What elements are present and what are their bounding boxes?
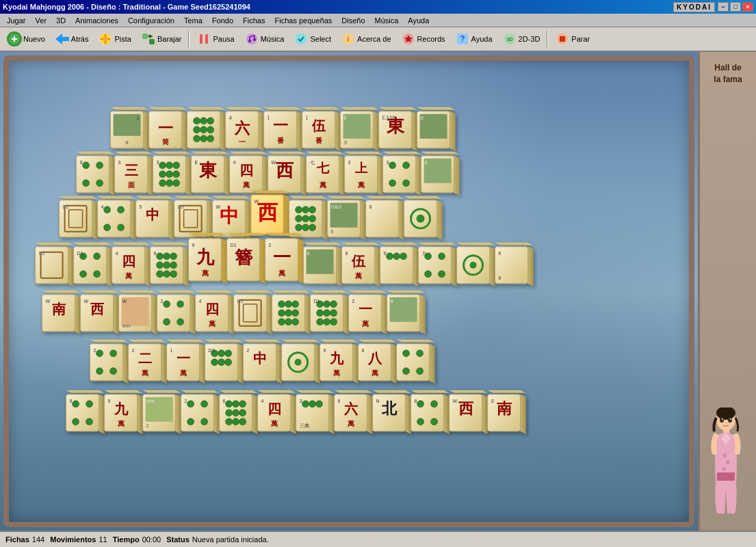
svg-text:一: 一 — [239, 138, 246, 146]
menu-3d[interactable]: 3D — [52, 15, 70, 26]
menu-diseno[interactable]: Diseño — [337, 15, 369, 26]
svg-marker-408 — [320, 340, 359, 343]
parar-button[interactable]: Parar — [551, 29, 594, 49]
svg-point-422 — [403, 350, 410, 357]
tile-row1[interactable]: 8 1 一 筒 — [111, 107, 456, 151]
svg-text:2: 2 — [352, 299, 355, 304]
svg-point-462 — [239, 410, 246, 416]
toolbar: Nuevo Atrás Pista Barajar Pausa Música — [0, 27, 756, 52]
tile-row5[interactable]: 南 W 西 W W WIN — [42, 291, 426, 334]
svg-marker-397 — [276, 344, 282, 384]
svg-text:四: 四 — [268, 401, 281, 416]
svg-text:萬: 萬 — [202, 269, 209, 277]
select-button[interactable]: Select — [289, 29, 335, 49]
svg-text:S: S — [491, 399, 495, 403]
svg-marker-413 — [391, 344, 397, 384]
menu-jugar[interactable]: Jugar — [3, 15, 30, 26]
pausa-icon — [196, 31, 211, 46]
svg-point-478 — [316, 401, 323, 408]
2d3d-button[interactable]: 3D 2D-3D — [498, 29, 545, 49]
svg-point-194 — [309, 224, 316, 231]
svg-point-281 — [439, 253, 445, 260]
svg-marker-488 — [373, 390, 411, 393]
svg-point-240 — [170, 271, 177, 278]
tile-row6[interactable]: 2 二 萬 2 一 萬 1 — [90, 340, 435, 384]
svg-text:2: 2 — [161, 299, 164, 304]
maximize-button[interactable]: □ — [730, 2, 741, 12]
minimize-button[interactable]: − — [718, 2, 729, 12]
svg-point-140 — [389, 180, 396, 187]
svg-point-429 — [73, 401, 79, 408]
close-button[interactable]: × — [742, 2, 753, 12]
tile-row7[interactable]: 8 九 萬 9 SPR 2 — [66, 390, 526, 434]
svg-marker-243 — [189, 233, 227, 236]
game-area[interactable]: // We'll use JS to draw the tiles progra… — [0, 52, 698, 531]
nuevo-label: Nuevo — [23, 35, 45, 43]
svg-rect-78 — [420, 114, 447, 139]
nuevo-button[interactable]: Nuevo — [3, 29, 49, 49]
svg-point-512 — [720, 417, 724, 423]
svg-point-234 — [170, 253, 177, 260]
svg-marker-300 — [114, 295, 119, 334]
tile-row3[interactable]: D2 4 中 5 — [60, 191, 443, 240]
records-button[interactable]: Records — [397, 29, 449, 49]
atras-button[interactable]: Atrás — [51, 29, 93, 49]
svg-text:8: 8 — [391, 299, 393, 304]
menu-musica[interactable]: Música — [371, 15, 403, 26]
menu-fichas[interactable]: Fichas — [239, 15, 269, 26]
musica-button[interactable]: Música — [240, 29, 289, 49]
svg-marker-113 — [230, 152, 268, 155]
svg-marker-64 — [374, 111, 379, 151]
tile-row4[interactable]: D2 D1 四 萬 4 — [36, 233, 534, 286]
svg-text:i: i — [348, 36, 350, 43]
svg-text:三: 三 — [125, 163, 138, 178]
ayuda-button[interactable]: ? Ayuda — [451, 29, 497, 49]
svg-text:四: 四 — [239, 163, 253, 178]
svg-marker-473 — [329, 395, 335, 434]
svg-text:8: 8 — [415, 399, 417, 403]
svg-point-159 — [104, 224, 111, 231]
svg-text:9: 9 — [192, 243, 195, 248]
svg-point-188 — [309, 206, 316, 213]
svg-point-340 — [278, 319, 285, 325]
svg-point-457 — [226, 401, 233, 408]
barajar-button[interactable]: Barajar — [137, 29, 185, 49]
svg-marker-135 — [416, 156, 421, 196]
svg-text:2: 2 — [269, 243, 272, 248]
svg-point-498 — [431, 418, 438, 425]
menu-tema[interactable]: Tema — [180, 15, 207, 26]
menu-fichas-pequenas[interactable]: Fichas pequeñas — [270, 15, 336, 26]
svg-text:萬: 萬 — [180, 369, 187, 377]
character-illustration — [701, 408, 755, 517]
tile-row2[interactable]: 9 三 面 3 — [77, 152, 460, 196]
pausa-button[interactable]: Pausa — [192, 29, 238, 49]
menu-ayuda[interactable]: Ayuda — [404, 15, 433, 26]
menu-configuracion[interactable]: Configuración — [124, 15, 179, 26]
movimientos-status: Movimientos 11 — [50, 535, 107, 544]
svg-marker-331 — [305, 295, 311, 334]
svg-marker-196 — [328, 196, 366, 199]
records-icon — [401, 31, 416, 46]
svg-text:南: 南 — [52, 302, 66, 317]
pista-button[interactable]: Pista — [94, 29, 135, 49]
svg-marker-325 — [267, 295, 272, 334]
svg-point-43 — [194, 135, 200, 142]
mahjong-board[interactable]: // We'll use JS to draw the tiles progra… — [22, 57, 651, 508]
svg-text:2: 2 — [94, 348, 96, 353]
svg-marker-81 — [77, 152, 115, 155]
2d3d-label: 2D-3D — [519, 35, 540, 43]
tiempo-status: Tiempo 00:00 — [113, 535, 161, 544]
menu-fondo[interactable]: Fondo — [208, 15, 237, 26]
svg-text:中: 中 — [146, 207, 159, 222]
svg-point-160 — [118, 224, 125, 231]
svg-marker-368 — [90, 340, 129, 343]
menu-animaciones[interactable]: Animaciones — [71, 15, 122, 26]
acerca-button[interactable]: i Acerca de — [337, 29, 395, 49]
svg-point-515 — [730, 418, 731, 420]
svg-text:6: 6 — [338, 399, 341, 403]
menu-ver[interactable]: Ver — [31, 15, 51, 26]
svg-marker-506 — [488, 390, 526, 393]
acerca-icon: i — [341, 31, 356, 46]
right-sidebar: Hall dela fama — [698, 52, 756, 531]
svg-point-465 — [239, 418, 246, 425]
